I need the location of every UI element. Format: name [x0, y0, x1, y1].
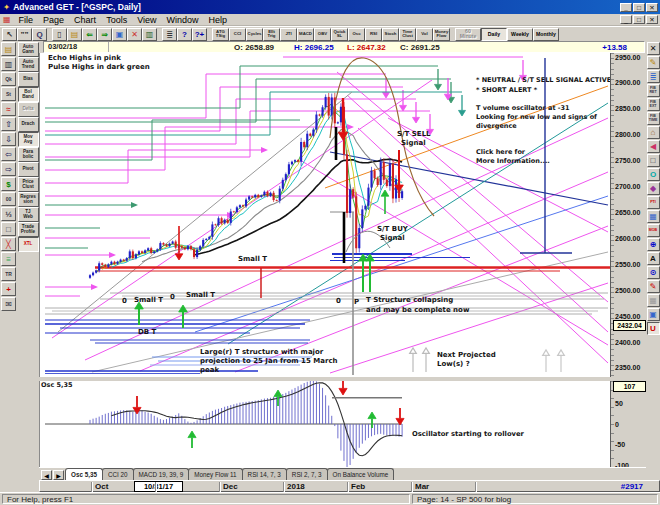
- pointer-button[interactable]: ↖: [2, 28, 17, 41]
- menu-view[interactable]: View: [132, 15, 161, 25]
- study-time-clust-button[interactable]: TimeClust: [399, 28, 416, 41]
- crosshair-button[interactable]: ╳: [1, 237, 16, 251]
- scroll-down-button[interactable]: ⇩: [1, 132, 16, 146]
- paint-tool-button[interactable]: ✎: [647, 280, 660, 293]
- study-list-button[interactable]: St: [1, 87, 16, 101]
- study-price-clust-button[interactable]: PriceClust: [18, 177, 39, 192]
- menu-tools[interactable]: Tools: [101, 15, 132, 25]
- expand-button[interactable]: +: [1, 282, 16, 296]
- study-bol-band-button[interactable]: BolBand: [18, 87, 39, 102]
- study-obv-button[interactable]: OBV: [314, 28, 331, 41]
- study-ellt-trig-button[interactable]: ElltTrig: [263, 28, 280, 41]
- digit-scale-button[interactable]: 00: [1, 192, 16, 206]
- study-bias-button[interactable]: Bias: [18, 72, 39, 87]
- timeframe-monthly-button[interactable]: Monthly: [533, 28, 559, 41]
- study-drach-button[interactable]: Drach: [18, 117, 39, 132]
- study-pivot-button[interactable]: Pivot: [18, 162, 39, 177]
- text-tool-button[interactable]: A: [647, 252, 660, 265]
- tab-osc-5-35[interactable]: Osc 5,35: [65, 468, 103, 480]
- chart-style-button[interactable]: ▥: [1, 57, 16, 71]
- gann-grid-button[interactable]: ▦: [647, 210, 660, 223]
- menu-chart[interactable]: Chart: [69, 15, 101, 25]
- study-trade-profile-button[interactable]: TradeProfile: [18, 222, 39, 237]
- minimize-button[interactable]: _: [620, 3, 632, 12]
- study-osc-button[interactable]: Osc: [348, 28, 365, 41]
- study-money-flow-button[interactable]: MoneyFlow: [433, 28, 450, 41]
- close-tool-button[interactable]: ✕: [647, 42, 660, 55]
- fib-time-button[interactable]: FIBTIME: [647, 112, 660, 125]
- multi-trendline-button[interactable]: ≣: [647, 70, 660, 83]
- zoom-button[interactable]: Q: [32, 28, 47, 41]
- gann-fan-button[interactable]: ◀: [647, 140, 660, 153]
- context-help-button[interactable]: ?+: [192, 28, 207, 41]
- axis-date-box[interactable]: 10/31/17: [134, 481, 183, 492]
- scroll-up-button[interactable]: ⇧: [1, 117, 16, 131]
- price-chart-pane[interactable]: [39, 53, 610, 377]
- menu-file[interactable]: File: [14, 15, 39, 25]
- study-jti-button[interactable]: JTI: [280, 28, 297, 41]
- menu-page[interactable]: Page: [38, 15, 69, 25]
- study-macd-button[interactable]: MACD: [297, 28, 314, 41]
- print-button[interactable]: ≣: [162, 28, 177, 41]
- quotes-button[interactable]: ””: [17, 28, 32, 41]
- fib-extension-button[interactable]: FIBEXT: [647, 98, 660, 111]
- magnify-button[interactable]: ⊙: [647, 266, 660, 279]
- study-auto-trend-button[interactable]: AutoTrend: [18, 57, 39, 72]
- timeframe-weekly-button[interactable]: Weekly: [507, 28, 533, 41]
- next-issue-button[interactable]: ⇒: [97, 28, 112, 41]
- pencil-tool-button[interactable]: ✎: [647, 56, 660, 69]
- minimize-button[interactable]: _: [620, 15, 632, 24]
- quick-quote-button[interactable]: Qk: [1, 72, 16, 86]
- tab-on-balance-volume[interactable]: On Balance Volume: [327, 468, 395, 480]
- prev-issue-button[interactable]: ⇐: [82, 28, 97, 41]
- tab-rsi-2-7-3[interactable]: RSI 2, 7, 3: [286, 468, 328, 480]
- close-button[interactable]: ✕: [646, 3, 658, 12]
- study-stoch-button[interactable]: Stoch: [382, 28, 399, 41]
- tab-scroll-left-button[interactable]: ◀: [41, 470, 52, 480]
- study-para-bolic-button[interactable]: Parabolic: [18, 147, 39, 162]
- study-mov-avg-button[interactable]: MovAvg: [18, 132, 39, 147]
- chart-child-icon[interactable]: ▦: [3, 15, 11, 24]
- study-delta-button[interactable]: Delta: [18, 102, 39, 117]
- date-axis[interactable]: 10/31/17 #2917 OctDec2018FebMar: [39, 480, 660, 492]
- study-cycles-button[interactable]: Cycles: [246, 28, 263, 41]
- study-quick-sl-button[interactable]: QuickSL: [331, 28, 348, 41]
- oscillator-pane[interactable]: [39, 381, 610, 467]
- timeframe-daily-button[interactable]: Daily: [481, 28, 507, 41]
- ellipse-tool-button[interactable]: O: [647, 168, 660, 181]
- tab-rsi-14-7-3[interactable]: RSI 14, 7, 3: [242, 468, 287, 480]
- study-tj-web-button[interactable]: TJWeb: [18, 207, 39, 222]
- undo-button[interactable]: U: [647, 322, 660, 335]
- tab-scroll-right-button[interactable]: ▶: [53, 470, 64, 480]
- delete-button[interactable]: ✕: [127, 28, 142, 41]
- oscillator-axis[interactable]: 107 500-50-100: [610, 381, 646, 467]
- fib-retracement-button[interactable]: FIBRET: [647, 84, 660, 97]
- maximize-button[interactable]: □: [633, 3, 645, 12]
- study-atg-tsig-button[interactable]: ATGTSig: [212, 28, 229, 41]
- open-chart-button[interactable]: ▤: [1, 42, 16, 56]
- scroll-right-button[interactable]: ⇨: [1, 162, 16, 176]
- new-window-button[interactable]: ▥: [142, 28, 157, 41]
- study-rsi-button[interactable]: RSI: [365, 28, 382, 41]
- marker-tool-button[interactable]: ◆: [647, 182, 660, 195]
- fraction-scale-button[interactable]: ½: [1, 207, 16, 221]
- study-cci-button[interactable]: CCI: [229, 28, 246, 41]
- price-scale-button[interactable]: $: [1, 177, 16, 191]
- help-button[interactable]: ?: [177, 28, 192, 41]
- scroll-left-button[interactable]: ⇦: [1, 147, 16, 161]
- study-auto-gann-button[interactable]: AutoGann: [18, 42, 39, 57]
- trend-regression-button[interactable]: TR: [1, 267, 16, 281]
- menu-help[interactable]: Help: [204, 15, 233, 25]
- price-axis[interactable]: 2432.04 2950.002900.002850.002800.002750…: [610, 53, 646, 377]
- elliott-wave-button[interactable]: ≈: [1, 102, 16, 116]
- close-button[interactable]: ✕: [646, 15, 658, 24]
- study-xtl-button[interactable]: XTL: [18, 237, 39, 252]
- pitchfork-button[interactable]: ⌂: [647, 126, 660, 139]
- gann-lines-button[interactable]: ≡: [1, 252, 16, 266]
- study-vol-button[interactable]: Vol: [416, 28, 433, 41]
- send-mail-button[interactable]: ✉: [1, 297, 16, 311]
- zoom-in-button[interactable]: ⊕: [647, 238, 660, 251]
- pti-button[interactable]: PTI: [647, 196, 660, 209]
- timeframe-60-minute-button[interactable]: 60Minute: [455, 28, 481, 41]
- menu-window[interactable]: Window: [162, 15, 204, 25]
